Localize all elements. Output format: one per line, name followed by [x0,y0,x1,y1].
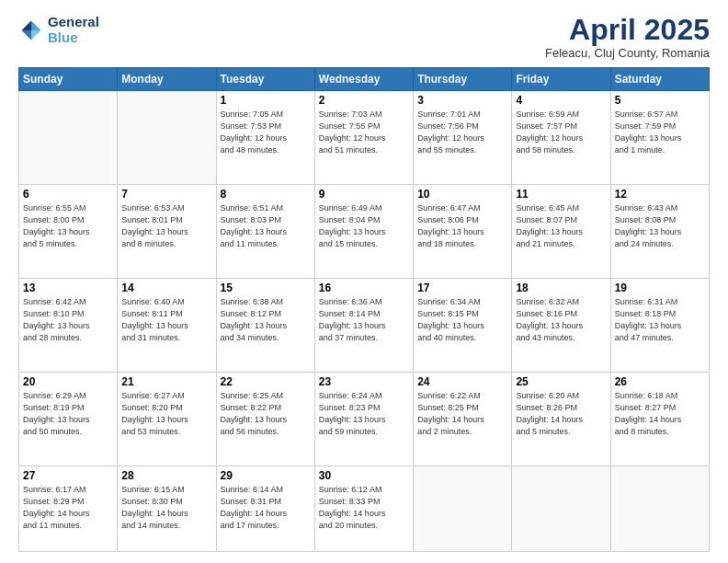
calendar-cell: 24Sunrise: 6:22 AM Sunset: 8:25 PM Dayli… [414,373,512,466]
day-number: 21 [121,375,211,388]
svg-marker-2 [22,30,32,40]
day-number: 25 [516,375,606,388]
day-info: Sunrise: 6:45 AM Sunset: 8:07 PM Dayligh… [516,202,606,250]
day-info: Sunrise: 6:53 AM Sunset: 8:01 PM Dayligh… [121,202,211,250]
title-section: April 2025 Feleacu, Cluj County, Romania [545,15,710,60]
calendar-cell: 17Sunrise: 6:34 AM Sunset: 8:15 PM Dayli… [414,279,512,373]
weekday-header: Saturday [610,68,709,91]
calendar-week-row: 6Sunrise: 6:55 AM Sunset: 8:00 PM Daylig… [19,185,710,279]
day-info: Sunrise: 6:15 AM Sunset: 8:30 PM Dayligh… [121,484,211,532]
calendar-cell: 18Sunrise: 6:32 AM Sunset: 8:16 PM Dayli… [512,279,610,373]
calendar-cell: 14Sunrise: 6:40 AM Sunset: 8:11 PM Dayli… [118,279,216,373]
calendar-cell: 11Sunrise: 6:45 AM Sunset: 8:07 PM Dayli… [512,185,610,279]
day-info: Sunrise: 6:47 AM Sunset: 8:06 PM Dayligh… [417,202,507,250]
calendar-cell: 25Sunrise: 6:20 AM Sunset: 8:26 PM Dayli… [512,373,610,466]
calendar-cell: 29Sunrise: 6:14 AM Sunset: 8:31 PM Dayli… [216,466,314,552]
day-info: Sunrise: 7:01 AM Sunset: 7:56 PM Dayligh… [417,109,507,156]
calendar-week-row: 20Sunrise: 6:29 AM Sunset: 8:19 PM Dayli… [19,373,710,466]
svg-marker-3 [31,30,41,40]
calendar-cell: 1Sunrise: 7:05 AM Sunset: 7:53 PM Daylig… [216,91,314,185]
day-number: 4 [516,94,606,107]
day-number: 3 [417,94,507,107]
day-number: 30 [319,469,409,482]
day-info: Sunrise: 6:14 AM Sunset: 8:31 PM Dayligh… [221,484,311,532]
day-info: Sunrise: 6:42 AM Sunset: 8:10 PM Dayligh… [23,296,113,344]
day-number: 9 [319,188,409,201]
day-number: 6 [23,188,113,201]
calendar-cell: 20Sunrise: 6:29 AM Sunset: 8:19 PM Dayli… [19,373,118,466]
calendar-cell: 6Sunrise: 6:55 AM Sunset: 8:00 PM Daylig… [19,185,118,279]
day-info: Sunrise: 6:34 AM Sunset: 8:15 PM Dayligh… [417,296,507,344]
day-info: Sunrise: 6:32 AM Sunset: 8:16 PM Dayligh… [516,296,606,344]
calendar-week-row: 13Sunrise: 6:42 AM Sunset: 8:10 PM Dayli… [19,279,710,373]
header: General Blue April 2025 Feleacu, Cluj Co… [18,15,710,60]
calendar-cell: 19Sunrise: 6:31 AM Sunset: 8:18 PM Dayli… [610,279,709,373]
logo-icon [18,17,44,43]
calendar-cell: 7Sunrise: 6:53 AM Sunset: 8:01 PM Daylig… [118,185,216,279]
calendar-cell: 28Sunrise: 6:15 AM Sunset: 8:30 PM Dayli… [118,466,216,552]
day-number: 23 [319,375,409,388]
day-number: 22 [221,375,311,388]
calendar-cell: 22Sunrise: 6:25 AM Sunset: 8:22 PM Dayli… [216,373,314,466]
weekday-header: Tuesday [216,68,314,91]
logo-text: General Blue [48,15,99,45]
day-number: 14 [121,282,211,294]
day-info: Sunrise: 6:25 AM Sunset: 8:22 PM Dayligh… [221,390,311,438]
calendar-cell: 3Sunrise: 7:01 AM Sunset: 7:56 PM Daylig… [414,91,512,185]
day-number: 11 [516,188,606,201]
calendar-table: SundayMondayTuesdayWednesdayThursdayFrid… [18,67,710,552]
day-info: Sunrise: 6:27 AM Sunset: 8:20 PM Dayligh… [121,390,211,438]
logo: General Blue [18,15,99,45]
svg-marker-0 [31,20,41,30]
calendar-cell: 16Sunrise: 6:36 AM Sunset: 8:14 PM Dayli… [314,279,413,373]
calendar-cell [414,466,512,552]
day-number: 18 [516,282,606,294]
day-number: 24 [417,375,507,388]
month-title: April 2025 [545,15,710,44]
day-number: 5 [615,94,705,107]
calendar-cell: 10Sunrise: 6:47 AM Sunset: 8:06 PM Dayli… [414,185,512,279]
calendar-cell: 30Sunrise: 6:12 AM Sunset: 8:33 PM Dayli… [314,466,413,552]
calendar-cell: 13Sunrise: 6:42 AM Sunset: 8:10 PM Dayli… [19,279,118,373]
calendar-cell: 23Sunrise: 6:24 AM Sunset: 8:23 PM Dayli… [314,373,413,466]
day-number: 29 [221,469,311,482]
day-info: Sunrise: 6:49 AM Sunset: 8:04 PM Dayligh… [319,202,409,250]
weekday-header: Friday [512,68,610,91]
weekday-header: Sunday [19,68,118,91]
calendar-cell: 8Sunrise: 6:51 AM Sunset: 8:03 PM Daylig… [216,185,314,279]
day-number: 15 [221,282,311,294]
calendar-week-row: 27Sunrise: 6:17 AM Sunset: 8:29 PM Dayli… [19,466,710,552]
day-number: 1 [221,94,311,107]
day-number: 2 [319,94,409,107]
day-number: 28 [121,469,211,482]
day-number: 13 [23,282,113,294]
calendar-cell: 27Sunrise: 6:17 AM Sunset: 8:29 PM Dayli… [19,466,118,552]
day-info: Sunrise: 6:43 AM Sunset: 8:08 PM Dayligh… [615,202,705,250]
calendar-week-row: 1Sunrise: 7:05 AM Sunset: 7:53 PM Daylig… [19,91,710,185]
day-number: 12 [615,188,705,201]
svg-marker-1 [22,20,32,30]
day-info: Sunrise: 6:29 AM Sunset: 8:19 PM Dayligh… [23,390,113,438]
day-number: 17 [417,282,507,294]
day-info: Sunrise: 6:36 AM Sunset: 8:14 PM Dayligh… [319,296,409,344]
calendar-cell: 26Sunrise: 6:18 AM Sunset: 8:27 PM Dayli… [610,373,709,466]
day-number: 8 [221,188,311,201]
day-info: Sunrise: 6:51 AM Sunset: 8:03 PM Dayligh… [221,202,311,250]
day-info: Sunrise: 6:22 AM Sunset: 8:25 PM Dayligh… [417,390,507,438]
calendar-header-row: SundayMondayTuesdayWednesdayThursdayFrid… [19,68,710,91]
day-info: Sunrise: 7:03 AM Sunset: 7:55 PM Dayligh… [319,109,409,156]
calendar-cell [118,91,216,185]
day-number: 20 [23,375,113,388]
calendar-cell [19,91,118,185]
day-number: 27 [23,469,113,482]
day-info: Sunrise: 6:24 AM Sunset: 8:23 PM Dayligh… [319,390,409,438]
calendar-cell: 5Sunrise: 6:57 AM Sunset: 7:59 PM Daylig… [610,91,709,185]
calendar-cell: 12Sunrise: 6:43 AM Sunset: 8:08 PM Dayli… [610,185,709,279]
day-info: Sunrise: 6:20 AM Sunset: 8:26 PM Dayligh… [516,390,606,438]
calendar-cell: 15Sunrise: 6:38 AM Sunset: 8:12 PM Dayli… [216,279,314,373]
calendar-cell: 4Sunrise: 6:59 AM Sunset: 7:57 PM Daylig… [512,91,610,185]
day-info: Sunrise: 6:57 AM Sunset: 7:59 PM Dayligh… [615,109,705,156]
calendar-cell: 2Sunrise: 7:03 AM Sunset: 7:55 PM Daylig… [314,91,413,185]
weekday-header: Thursday [414,68,512,91]
day-info: Sunrise: 6:17 AM Sunset: 8:29 PM Dayligh… [23,484,113,532]
